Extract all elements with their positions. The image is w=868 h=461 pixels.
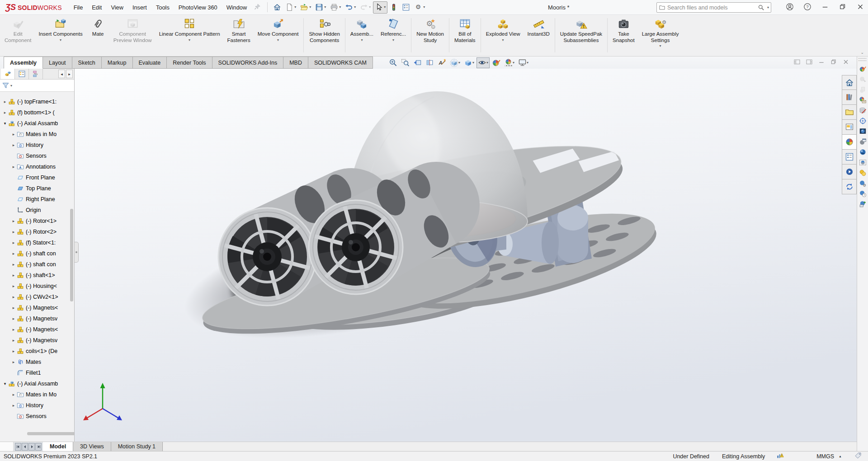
home-button[interactable]: [271, 1, 283, 14]
taskpane-home-tab[interactable]: [842, 75, 857, 90]
zoom-to-fit-button[interactable]: [387, 57, 399, 68]
dropdown-caret-icon[interactable]: ▾: [60, 38, 61, 42]
tree-item-rotor-2[interactable]: ▸(-) Rotor<2>: [0, 226, 74, 237]
tree-item-right-plane[interactable]: Right Plane: [0, 194, 74, 205]
save-button[interactable]: ▾: [313, 1, 328, 14]
annotation-visibility-button[interactable]: A★: [436, 57, 448, 68]
ribbon-assemb[interactable]: Assemb...▾: [347, 17, 377, 42]
ribbon-new-motion-study[interactable]: ⚙⚙★New Motion Study: [413, 17, 448, 43]
expander-collapsed-icon[interactable]: ▸: [10, 349, 17, 353]
ribbon-take-snapshot[interactable]: Take Snapshot: [609, 17, 638, 43]
expander-collapsed-icon[interactable]: ▸: [10, 316, 17, 321]
doc-tab-3d-views[interactable]: 3D Views: [73, 442, 111, 451]
doc-minimize-button[interactable]: [818, 58, 825, 67]
tab-solidworks-cam[interactable]: SOLIDWORKS CAM: [308, 56, 373, 69]
tree-item-sensors[interactable]: Sensors: [0, 151, 74, 161]
close-button[interactable]: [856, 3, 864, 12]
tree-item-history[interactable]: ▸History: [0, 400, 74, 411]
doc-close-button[interactable]: [842, 58, 849, 67]
pane-collapse-left-button[interactable]: [793, 58, 801, 67]
taskpane-appearances-tab[interactable]: [842, 135, 857, 150]
expander-collapsed-icon[interactable]: ▸: [10, 251, 17, 256]
expander-collapsed-icon[interactable]: ▸: [10, 132, 17, 136]
tree-item-f-stator-1[interactable]: ▸(f) Stator<1:: [0, 237, 74, 248]
dropdown-caret-icon[interactable]: ▾: [384, 5, 386, 9]
next-tab-button[interactable]: [28, 443, 35, 451]
search-icon[interactable]: [758, 4, 764, 11]
settings-gear-button[interactable]: ⚙▾: [412, 1, 427, 14]
tokens-button[interactable]: [858, 168, 868, 178]
expander-collapsed-icon[interactable]: ▸: [10, 284, 17, 288]
taskpane-updates-tab[interactable]: [842, 179, 857, 194]
expander-collapsed-icon[interactable]: ▸: [10, 143, 17, 147]
tree-item-shaft-con[interactable]: ▸(-) shaft con: [0, 259, 74, 270]
tree-item-housing[interactable]: ▸(-) Housing<: [0, 281, 74, 292]
menu-file[interactable]: File: [69, 0, 88, 15]
tab-render-tools[interactable]: Render Tools: [167, 56, 212, 69]
featuremanager-tab[interactable]: [1, 69, 15, 79]
dropdown-caret-icon[interactable]: ▾: [361, 38, 363, 42]
tree-filter-bar[interactable]: ▾: [0, 80, 74, 92]
options-list-button[interactable]: [400, 1, 412, 14]
zoom-to-area-button[interactable]: [400, 57, 411, 68]
expander-collapsed-icon[interactable]: ▸: [10, 219, 17, 223]
tab-mbd[interactable]: MBD: [283, 56, 308, 69]
menu-tools[interactable]: Tools: [151, 0, 174, 15]
3d-model-assembly[interactable]: [75, 69, 857, 442]
hide-show-items-button[interactable]: ▾: [476, 57, 490, 68]
expander-collapsed-icon[interactable]: ▸: [10, 273, 17, 278]
menu-edit[interactable]: Edit: [87, 0, 106, 15]
dropdown-caret-icon[interactable]: ▾: [423, 5, 425, 9]
tab-markup[interactable]: Markup: [102, 56, 133, 69]
tree-item-f-bottom-1[interactable]: ▸(f) bottom<1> (: [0, 107, 74, 118]
ribbon-insert-components[interactable]: Insert Components▾: [35, 17, 86, 42]
tab-sketch[interactable]: Sketch: [72, 56, 102, 69]
doc-tab-model[interactable]: Model: [43, 442, 73, 451]
performance-warning-button[interactable]: [777, 452, 784, 461]
expander-expanded-icon[interactable]: ▾: [2, 381, 8, 386]
tree-item-magnetsv[interactable]: ▸(-) Magnetsv: [0, 335, 74, 346]
ribbon-referenc[interactable]: Referenc...▾: [377, 17, 410, 42]
tree-item-axial-assamb[interactable]: ▾(-) Axial Assamb: [0, 118, 74, 129]
tree-item-mates-in-mo[interactable]: ▸Mates in Mo: [0, 389, 74, 400]
render-region-button[interactable]: [858, 158, 868, 167]
final-render-button[interactable]: [858, 147, 868, 157]
taskpane-design-library-tab[interactable]: [842, 90, 857, 105]
menu-window[interactable]: Window: [222, 0, 252, 15]
first-tab-button[interactable]: [15, 443, 21, 451]
tree-item-cwv2-1[interactable]: ▸(-) CWv2<1>: [0, 292, 74, 302]
edit-decal-button[interactable]: [858, 106, 868, 115]
tree-back-button[interactable]: ◂: [58, 70, 65, 78]
recall-last-render-button[interactable]: [858, 199, 868, 209]
tab-solidworks-add-ins[interactable]: SOLIDWORKS Add-Ins: [212, 56, 284, 69]
tree-item-magnetsv[interactable]: ▸(-) Magnetsv: [0, 313, 74, 324]
taskpane-file-explorer-tab[interactable]: [842, 105, 857, 120]
tree-item-mates-in-mo[interactable]: ▸Mates in Mo: [0, 129, 74, 140]
tree-horizontal-scrollbar[interactable]: [2, 432, 68, 436]
tree-item-top-plane[interactable]: Top Plane: [0, 183, 74, 194]
apply-scene-button[interactable]: ▾: [503, 57, 516, 68]
edit-appearance-button[interactable]: [858, 64, 868, 74]
ribbon-move-component[interactable]: Move Component▾: [254, 17, 302, 42]
configurationmanager-tab[interactable]: [29, 69, 43, 79]
scrollbar-thumb[interactable]: [27, 432, 75, 435]
dropdown-caret-icon[interactable]: ▾: [660, 44, 661, 48]
dropdown-caret-icon[interactable]: ▾: [392, 38, 394, 42]
view-settings-button[interactable]: ▾: [517, 57, 530, 68]
units-selector[interactable]: MMGS: [816, 453, 834, 460]
expander-collapsed-icon[interactable]: ▸: [10, 403, 17, 408]
taskpane-custom-properties-tab[interactable]: [842, 150, 857, 165]
dropdown-caret-icon[interactable]: ▾: [277, 38, 279, 42]
dropdown-caret-icon[interactable]: ▾: [472, 61, 474, 65]
scrollbar-thumb[interactable]: [70, 209, 73, 301]
search-input[interactable]: [667, 5, 756, 11]
view-orientation-button[interactable]: ▾: [448, 57, 462, 68]
units-caret-icon[interactable]: ▲: [839, 455, 842, 458]
doc-restore-button[interactable]: [830, 58, 837, 67]
previous-tab-button[interactable]: [22, 443, 28, 451]
dropdown-caret-icon[interactable]: ▾: [354, 5, 356, 9]
undo-button[interactable]: ▾: [343, 1, 358, 14]
copy-appearance-button[interactable]: [858, 75, 868, 84]
edit-appearance-button[interactable]: [491, 57, 502, 68]
tree-item-axial-assamb[interactable]: ▾(-) Axial Assamb: [0, 378, 74, 389]
